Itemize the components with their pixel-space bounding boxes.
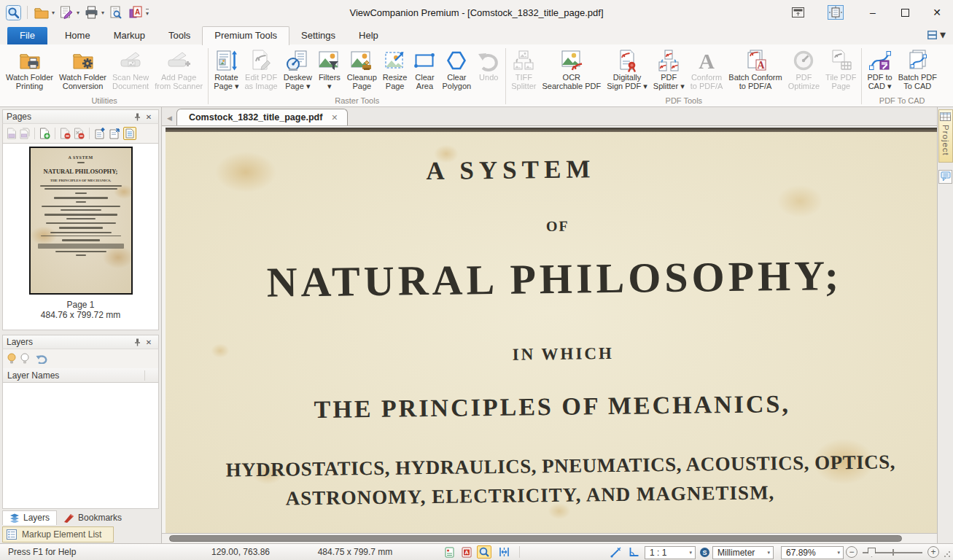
page-view-mode-selected-icon[interactable] bbox=[123, 127, 136, 140]
pdf-export-button[interactable]: A bbox=[127, 4, 144, 21]
document-tab-close-icon[interactable]: ✕ bbox=[331, 113, 338, 122]
pdf-splitter-button[interactable]: PDF Splitter ▾ bbox=[650, 46, 688, 95]
tab-help[interactable]: Help bbox=[347, 27, 390, 44]
edit-markup-caret-icon[interactable]: ▾ bbox=[77, 9, 79, 16]
markup-element-list-bar[interactable]: Markup Element List bbox=[2, 526, 114, 542]
batch-pdf-to-cad-button[interactable]: Batch PDF To CAD bbox=[895, 46, 940, 95]
svg-text:A: A bbox=[464, 549, 469, 556]
zoom-out-button[interactable]: − bbox=[846, 546, 857, 558]
edit-markup-button[interactable] bbox=[58, 4, 75, 21]
sidebar-tab-layers[interactable]: Layers bbox=[2, 510, 57, 525]
resize-grip[interactable] bbox=[944, 551, 951, 558]
zoom-in-button[interactable]: + bbox=[927, 546, 939, 558]
scan-new-document-icon bbox=[119, 48, 142, 72]
scanned-page: A SYSTEM OF NATURAL PHILOSOPHY; IN WHICH… bbox=[166, 132, 937, 533]
zoom-level-combo[interactable]: 67.89% ▾ bbox=[781, 546, 844, 559]
maximize-icon bbox=[901, 9, 909, 17]
horizontal-scrollbar-thumb[interactable] bbox=[169, 535, 902, 542]
page-line-6: HYDROSTATICS, HYDRAULICS, PNEUMATICS, AC… bbox=[225, 451, 895, 481]
svg-text:A: A bbox=[134, 8, 139, 16]
horizontal-scrollbar[interactable] bbox=[162, 533, 937, 543]
document-tab[interactable]: Comstock_1832_title_page.pdf ✕ bbox=[176, 109, 348, 125]
ribbon-separator bbox=[861, 48, 862, 104]
page-label[interactable]: Page 1 bbox=[66, 300, 94, 310]
workspace: Pages ✕ A SYSTEM bbox=[0, 107, 953, 543]
measure-angle-icon[interactable] bbox=[626, 545, 641, 559]
undo-button: Undo bbox=[474, 46, 503, 95]
document-tab-bar: ◀ Comstock_1832_title_page.pdf ✕ bbox=[162, 107, 937, 126]
resize-page-button[interactable]: Resize Page bbox=[380, 46, 411, 95]
layer-visible-icon[interactable] bbox=[7, 353, 17, 365]
layers-pin-icon[interactable] bbox=[131, 337, 143, 348]
open-file-caret-icon[interactable]: ▾ bbox=[52, 9, 55, 16]
status-fit-width-icon[interactable] bbox=[497, 545, 511, 559]
page-line-1: A SYSTEM bbox=[426, 155, 596, 186]
scale-icon[interactable]: S bbox=[697, 545, 712, 559]
sidebar-tab-bookmarks[interactable]: Bookmarks bbox=[57, 511, 128, 525]
digitally-sign-pdf-button[interactable]: Digitally Sign PDF ▾ bbox=[604, 46, 650, 95]
clear-polygon-icon bbox=[445, 48, 468, 72]
clear-area-button[interactable]: Clear Area bbox=[410, 46, 439, 95]
status-zoom-tool-icon[interactable] bbox=[477, 545, 491, 559]
measure-distance-icon[interactable] bbox=[608, 545, 623, 559]
document-viewport[interactable]: A SYSTEM OF NATURAL PHILOSOPHY; IN WHICH… bbox=[162, 126, 937, 533]
project-panel-tab[interactable]: Project bbox=[938, 109, 953, 163]
close-button[interactable]: ✕ bbox=[921, 1, 953, 23]
layers-undo-icon[interactable] bbox=[36, 354, 48, 364]
pdf-to-cad-button[interactable]: PDF to CAD ▾ bbox=[864, 46, 895, 95]
rotate-page-button[interactable]: Rotate Page ▾ bbox=[211, 46, 241, 95]
zoom-slider-thumb[interactable] bbox=[868, 548, 876, 557]
layers-panel: Layers ✕ Layer Names bbox=[2, 335, 159, 509]
tab-file[interactable]: File bbox=[7, 27, 47, 44]
pages-close-icon[interactable]: ✕ bbox=[143, 112, 155, 122]
layer-names-header[interactable]: Layer Names bbox=[2, 368, 159, 383]
tiff-splitter-icon bbox=[512, 48, 535, 72]
layers-close-icon[interactable]: ✕ bbox=[143, 337, 155, 348]
deskew-page-button[interactable]: Deskew Page ▾ bbox=[281, 46, 315, 95]
print-caret-icon[interactable]: ▾ bbox=[101, 9, 104, 16]
print-preview-button[interactable] bbox=[107, 4, 125, 21]
watch-folder-conversion-button[interactable]: Watch Folder Conversion bbox=[56, 46, 109, 95]
sidebar-tab-bar: Layers Bookmarks bbox=[2, 509, 159, 525]
tab-premium-tools[interactable]: Premium Tools bbox=[202, 26, 289, 45]
scale-ratio-combo[interactable]: 1 : 1 ▾ bbox=[645, 546, 696, 559]
float-panel-icon[interactable] bbox=[785, 1, 810, 23]
tab-scroll-left-icon[interactable]: ◀ bbox=[166, 114, 176, 125]
filters-button[interactable]: Filters ▾ bbox=[315, 46, 344, 95]
pages-pin-icon[interactable] bbox=[131, 112, 143, 122]
move-page-up-icon[interactable] bbox=[94, 128, 106, 139]
tab-settings[interactable]: Settings bbox=[289, 27, 347, 44]
layer-list[interactable] bbox=[2, 383, 159, 509]
status-stamp-icon[interactable] bbox=[442, 545, 456, 559]
tab-home[interactable]: Home bbox=[53, 27, 102, 44]
open-file-button[interactable] bbox=[33, 4, 50, 21]
ribbon-display-options[interactable]: ▾ bbox=[927, 28, 946, 42]
move-page-icon[interactable] bbox=[109, 128, 120, 139]
ribbon-separator bbox=[208, 48, 209, 104]
status-pdf-icon[interactable]: A bbox=[459, 545, 474, 559]
batch-conform-to-pdfa-button[interactable]: A Batch Conform to PDF/A bbox=[726, 46, 785, 95]
layer-hidden-icon[interactable] bbox=[20, 353, 30, 365]
page-1-thumbnail[interactable]: A SYSTEM NATURAL PHILOSOPHY; THE PRINCIP… bbox=[29, 147, 133, 295]
add-page-icon[interactable] bbox=[39, 128, 50, 139]
page-line-4: IN WHICH bbox=[512, 344, 614, 365]
minimize-button[interactable]: – bbox=[857, 1, 889, 23]
ribbon-display-icon bbox=[927, 30, 938, 40]
thumb-title-2: NATURAL PHILOSOPHY; bbox=[44, 168, 118, 175]
group-label-raster-tools: Raster Tools bbox=[211, 95, 503, 106]
add-page-from-scanner-button: Add Page from Scanner bbox=[152, 46, 206, 95]
maximize-button[interactable] bbox=[889, 1, 921, 23]
unit-combo[interactable]: Millimeter ▾ bbox=[712, 546, 774, 559]
print-button[interactable] bbox=[82, 4, 100, 21]
comments-panel-icon[interactable] bbox=[938, 170, 952, 184]
tab-tools[interactable]: Tools bbox=[157, 27, 202, 44]
ribbon-layout-icon[interactable] bbox=[823, 1, 848, 23]
ocr-searchable-pdf-button[interactable]: OCR Searchable PDF bbox=[539, 46, 604, 95]
qat-overflow-icon[interactable]: ▾ bbox=[146, 9, 149, 17]
cleanup-page-button[interactable]: Cleanup Page bbox=[344, 46, 380, 95]
zoom-slider-center-tick bbox=[892, 549, 894, 556]
app-logo-icon[interactable] bbox=[4, 4, 22, 21]
tab-markup[interactable]: Markup bbox=[102, 27, 157, 44]
watch-folder-printing-button[interactable]: Watch Folder Printing bbox=[3, 46, 56, 95]
clear-polygon-button[interactable]: Clear Polygon bbox=[439, 46, 474, 95]
